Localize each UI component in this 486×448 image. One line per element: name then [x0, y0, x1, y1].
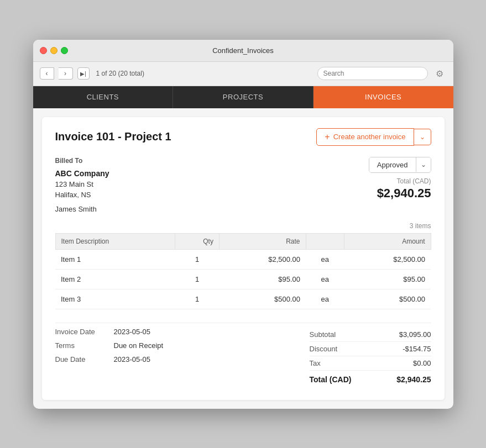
plus-icon: +: [325, 133, 330, 141]
col-rate: Rate: [219, 233, 306, 249]
item-unit: ea: [306, 289, 344, 309]
invoice-meta: Invoice Date 2023-05-05 Terms Due on Rec…: [55, 328, 164, 387]
tab-projects[interactable]: PROJECTS: [173, 86, 313, 108]
header-actions: + Create another invoice ⌄: [316, 128, 431, 146]
table-row: Item 2 1 $95.00 ea $95.00: [55, 269, 431, 289]
due-date-key: Due Date: [55, 355, 105, 363]
minimize-button[interactable]: [50, 47, 58, 54]
company-name: ABC Company: [55, 169, 109, 178]
create-invoice-dropdown[interactable]: ⌄: [414, 129, 431, 145]
tax-label: Tax: [310, 359, 321, 367]
tab-invoices[interactable]: INVOICES: [313, 86, 453, 108]
table-row: Item 1 1 $2,500.00 ea $2,500.00: [55, 249, 431, 269]
discount-label: Discount: [310, 345, 338, 353]
contact-name: James Smith: [55, 205, 109, 213]
billed-left: Billed To ABC Company 123 Main St Halifa…: [55, 157, 109, 213]
billed-section: Billed To ABC Company 123 Main St Halifa…: [55, 157, 431, 213]
app-title: Confident_Invoices: [212, 46, 274, 55]
item-qty: 1: [175, 269, 220, 289]
item-description: Item 1: [55, 249, 175, 269]
toolbar: ‹ › ▶| 1 of 20 (20 total) ⚙: [33, 62, 453, 86]
footer-section: Invoice Date 2023-05-05 Terms Due on Rec…: [55, 323, 431, 387]
tax-val: $0.00: [413, 359, 431, 367]
item-qty: 1: [175, 249, 220, 269]
item-rate: $2,500.00: [219, 249, 306, 269]
create-invoice-label: Create another invoice: [333, 133, 406, 141]
item-unit: ea: [306, 269, 344, 289]
invoice-date-row: Invoice Date 2023-05-05: [55, 328, 164, 336]
col-amount: Amount: [344, 233, 431, 249]
total-amount: $2,940.25: [377, 186, 431, 201]
terms-row: Terms Due on Receipt: [55, 341, 164, 350]
close-button[interactable]: [40, 47, 47, 54]
terms-val: Due on Receipt: [114, 341, 164, 350]
invoice-content: Invoice 101 - Project 1 + Create another…: [42, 117, 445, 400]
item-qty: 1: [175, 289, 220, 309]
record-count: 1 of 20 (20 total): [96, 70, 144, 77]
tab-bar: CLIENTS PROJECTS INVOICES: [33, 86, 453, 108]
table-row: Item 3 1 $500.00 ea $500.00: [55, 289, 431, 309]
item-amount: $2,500.00: [344, 249, 431, 269]
tax-row: Tax $0.00: [310, 356, 431, 371]
item-rate: $500.00: [219, 289, 306, 309]
total-cad-row: Total (CAD) $2,940.25: [310, 371, 431, 387]
table-header-row: Item Description Qty Rate Amount: [55, 233, 431, 249]
total-cad-label: Total (CAD): [310, 375, 352, 384]
invoice-header: Invoice 101 - Project 1 + Create another…: [55, 128, 431, 146]
item-unit: ea: [306, 249, 344, 269]
status-label: Approved: [369, 157, 416, 172]
address-line1: 123 Main St: [55, 179, 109, 190]
discount-val: -$154.75: [403, 345, 431, 353]
subtotal-val: $3,095.00: [399, 330, 431, 339]
col-description: Item Description: [55, 233, 175, 249]
discount-row: Discount -$154.75: [310, 342, 431, 356]
gear-button[interactable]: ⚙: [432, 66, 447, 81]
item-amount: $500.00: [344, 289, 431, 309]
create-invoice-button[interactable]: + Create another invoice: [316, 128, 414, 146]
title-bar: Confident_Invoices: [33, 40, 453, 62]
address-line2: Halifax, NS: [55, 189, 109, 201]
search-box: [317, 67, 428, 80]
status-dropdown[interactable]: Approved ⌄: [369, 157, 431, 173]
total-label: Total (CAD): [377, 177, 431, 185]
traffic-lights: [40, 47, 68, 54]
tab-clients[interactable]: CLIENTS: [33, 86, 174, 108]
item-description: Item 3: [55, 289, 175, 309]
subtotal-row: Subtotal $3,095.00: [310, 328, 431, 342]
fullscreen-button[interactable]: [61, 47, 68, 54]
forward-button[interactable]: ›: [59, 67, 73, 80]
back-button[interactable]: ‹: [40, 67, 54, 80]
items-table: Item Description Qty Rate Amount Item 1 …: [55, 233, 431, 309]
terms-key: Terms: [55, 341, 105, 350]
item-description: Item 2: [55, 269, 175, 289]
due-date-row: Due Date 2023-05-05: [55, 355, 164, 363]
items-count: 3 items: [55, 222, 431, 230]
col-qty: Qty: [175, 233, 220, 249]
invoice-title: Invoice 101 - Project 1: [55, 130, 171, 143]
total-section: Total (CAD) $2,940.25: [377, 177, 431, 201]
billed-right: Approved ⌄ Total (CAD) $2,940.25: [369, 157, 431, 213]
search-input[interactable]: [317, 67, 428, 80]
billed-to-label: Billed To: [55, 157, 109, 165]
item-amount: $95.00: [344, 269, 431, 289]
totals-section: Subtotal $3,095.00 Discount -$154.75 Tax…: [310, 328, 431, 387]
due-date-val: 2023-05-05: [114, 355, 151, 363]
invoice-date-val: 2023-05-05: [114, 328, 151, 336]
item-rate: $95.00: [219, 269, 306, 289]
total-cad-val: $2,940.25: [396, 375, 431, 384]
subtotal-label: Subtotal: [310, 330, 336, 339]
app-window: Confident_Invoices ‹ › ▶| 1 of 20 (20 to…: [33, 40, 453, 409]
last-record-button[interactable]: ▶|: [77, 67, 90, 80]
invoice-date-key: Invoice Date: [55, 328, 105, 336]
status-chevron-icon: ⌄: [416, 157, 431, 172]
